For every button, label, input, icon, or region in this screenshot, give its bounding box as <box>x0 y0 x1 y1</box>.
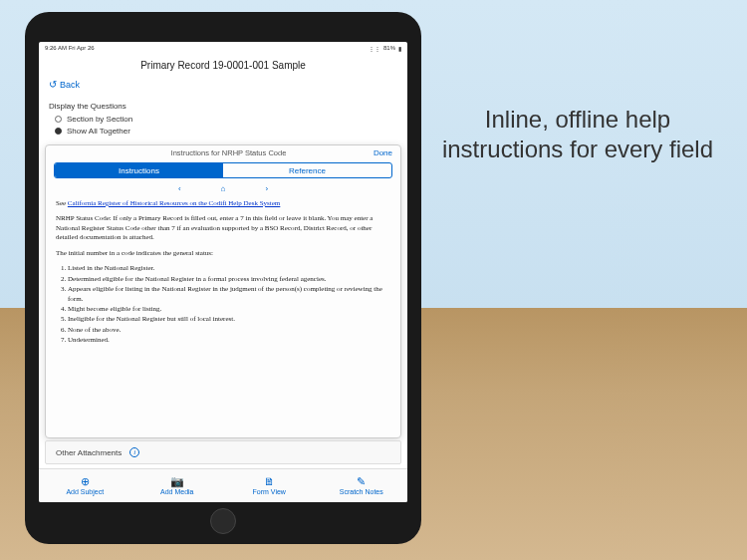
radio-section-by-section[interactable]: Section by Section <box>55 115 397 124</box>
help-modal: Instructions for NRHP Status Code Done I… <box>45 144 401 438</box>
attachments-label: Other Attachments <box>56 448 122 457</box>
camera-icon: 📷 <box>170 476 184 487</box>
list-item: Ineligible for the National Register but… <box>68 315 390 324</box>
modal-title: Instructions for NRHP Status Code <box>84 148 374 157</box>
segmented-control: Instructions Reference <box>54 162 392 178</box>
list-item: Determined eligible for the National Reg… <box>68 275 390 284</box>
bottom-toolbar: ⊕ Add Subject 📷 Add Media 🗎 Form View ✎ … <box>39 468 407 502</box>
tab-instructions[interactable]: Instructions <box>55 163 223 177</box>
back-label: Back <box>60 80 80 90</box>
info-icon[interactable]: i <box>129 447 139 457</box>
status-time: 9:26 AM Fri Apr 26 <box>45 45 95 51</box>
ipad-home-button <box>210 508 236 534</box>
toolbar-add-subject[interactable]: ⊕ Add Subject <box>39 469 131 502</box>
wifi-icon: ⋮⋮ <box>369 45 380 52</box>
radio-show-all-together[interactable]: Show All Together <box>55 127 397 136</box>
toolbar-form-view[interactable]: 🗎 Form View <box>223 469 316 502</box>
toolbar-scratch-notes[interactable]: ✎ Scratch Notes <box>316 469 408 502</box>
marketing-headline: Inline, offline help instructions for ev… <box>438 105 717 164</box>
display-questions-label: Display the Questions <box>49 102 397 111</box>
back-button[interactable]: ↺ Back <box>39 77 407 98</box>
toolbar-add-media[interactable]: 📷 Add Media <box>131 469 224 502</box>
toolbar-label: Scratch Notes <box>340 488 383 495</box>
done-button[interactable]: Done <box>374 148 392 157</box>
battery-icon: ▮ <box>398 45 401 52</box>
display-questions-section: Display the Questions Section by Section… <box>39 98 407 142</box>
tab-reference[interactable]: Reference <box>223 163 391 177</box>
list-item: Undetermined. <box>68 336 390 345</box>
ipad-device-frame: 9:26 AM Fri Apr 26 ⋮⋮ 81% ▮ Primary Reco… <box>25 12 421 544</box>
radio-icon <box>55 116 62 123</box>
modal-body: See California Register of Historical Re… <box>46 195 400 437</box>
help-nav: ‹ ⌂ › <box>46 182 400 195</box>
radio-icon-filled <box>55 128 62 135</box>
nav-prev-icon[interactable]: ‹ <box>178 184 181 193</box>
help-para-1: NRHP Status Code: If only a Primary Reco… <box>56 214 390 242</box>
other-attachments-row[interactable]: Other Attachments i <box>45 440 401 464</box>
radio-label: Section by Section <box>67 115 132 124</box>
battery-text: 81% <box>383 45 395 51</box>
list-item: None of the above. <box>68 326 390 335</box>
plus-circle-icon: ⊕ <box>81 476 90 487</box>
page-title: Primary Record 19-0001-001 Sample <box>39 54 407 77</box>
see-prefix: See <box>56 199 68 207</box>
document-icon: 🗎 <box>264 476 275 487</box>
list-item: Listed in the National Register. <box>68 264 390 273</box>
list-item: Might become eligible for listing. <box>68 305 390 314</box>
nav-home-icon[interactable]: ⌂ <box>221 184 226 193</box>
toolbar-label: Add Subject <box>66 488 104 495</box>
help-para-2: The initial number in a code indicates t… <box>56 249 390 258</box>
help-link[interactable]: California Register of Historical Resour… <box>68 199 280 207</box>
nav-next-icon[interactable]: › <box>265 184 268 193</box>
status-code-list: Listed in the National Register. Determi… <box>68 264 390 346</box>
toolbar-label: Form View <box>253 488 286 495</box>
status-bar: 9:26 AM Fri Apr 26 ⋮⋮ 81% ▮ <box>39 42 407 54</box>
back-arrow-icon: ↺ <box>49 79 57 90</box>
ipad-screen: 9:26 AM Fri Apr 26 ⋮⋮ 81% ▮ Primary Reco… <box>39 42 407 502</box>
toolbar-label: Add Media <box>160 488 193 495</box>
pencil-icon: ✎ <box>357 476 366 487</box>
modal-header: Instructions for NRHP Status Code Done <box>46 145 400 160</box>
radio-label: Show All Together <box>67 127 130 136</box>
list-item: Appears eligible for listing in the Nati… <box>68 285 390 304</box>
